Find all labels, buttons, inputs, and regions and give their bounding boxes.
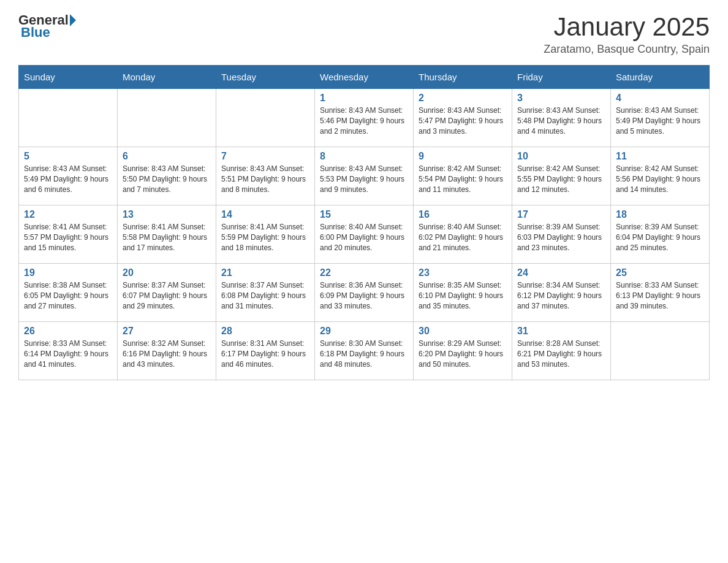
day-number: 19	[24, 267, 112, 278]
day-info: Sunrise: 8:42 AM Sunset: 5:55 PM Dayligh…	[517, 164, 605, 194]
day-number: 4	[616, 93, 704, 104]
day-number: 28	[221, 326, 309, 337]
day-number: 23	[419, 267, 507, 278]
calendar-cell: 9Sunrise: 8:42 AM Sunset: 5:54 PM Daylig…	[414, 147, 512, 205]
day-number: 31	[517, 326, 605, 337]
day-info: Sunrise: 8:33 AM Sunset: 6:14 PM Dayligh…	[24, 339, 112, 369]
page-title: January 2025	[544, 12, 710, 42]
day-number: 21	[221, 267, 309, 278]
day-number: 27	[123, 326, 211, 337]
calendar-cell: 1Sunrise: 8:43 AM Sunset: 5:46 PM Daylig…	[315, 89, 414, 147]
day-info: Sunrise: 8:42 AM Sunset: 5:54 PM Dayligh…	[419, 164, 507, 194]
column-header-saturday: Saturday	[611, 66, 710, 89]
calendar-cell: 8Sunrise: 8:43 AM Sunset: 5:53 PM Daylig…	[315, 147, 414, 205]
calendar-cell: 13Sunrise: 8:41 AM Sunset: 5:58 PM Dayli…	[118, 205, 216, 264]
day-info: Sunrise: 8:43 AM Sunset: 5:48 PM Dayligh…	[517, 105, 605, 136]
day-info: Sunrise: 8:39 AM Sunset: 6:04 PM Dayligh…	[616, 222, 704, 253]
logo-blue: Blue	[21, 25, 50, 40]
day-info: Sunrise: 8:39 AM Sunset: 6:03 PM Dayligh…	[517, 222, 605, 253]
week-row-5: 26Sunrise: 8:33 AM Sunset: 6:14 PM Dayli…	[19, 322, 710, 380]
day-info: Sunrise: 8:34 AM Sunset: 6:12 PM Dayligh…	[517, 280, 605, 311]
day-info: Sunrise: 8:37 AM Sunset: 6:08 PM Dayligh…	[221, 280, 309, 311]
title-section: January 2025 Zaratamo, Basque Country, S…	[544, 12, 710, 56]
calendar-cell: 3Sunrise: 8:43 AM Sunset: 5:48 PM Daylig…	[512, 89, 611, 147]
calendar-cell: 16Sunrise: 8:40 AM Sunset: 6:02 PM Dayli…	[414, 205, 512, 264]
day-number: 7	[221, 151, 309, 162]
day-number: 18	[616, 209, 704, 220]
day-number: 26	[24, 326, 112, 337]
page-subtitle: Zaratamo, Basque Country, Spain	[544, 43, 710, 56]
day-number: 29	[320, 326, 408, 337]
calendar-cell	[611, 322, 710, 380]
day-number: 17	[517, 209, 605, 220]
calendar-cell: 5Sunrise: 8:43 AM Sunset: 5:49 PM Daylig…	[19, 147, 118, 205]
calendar-cell: 26Sunrise: 8:33 AM Sunset: 6:14 PM Dayli…	[19, 322, 118, 380]
day-info: Sunrise: 8:33 AM Sunset: 6:13 PM Dayligh…	[616, 280, 704, 311]
day-info: Sunrise: 8:43 AM Sunset: 5:51 PM Dayligh…	[221, 164, 309, 194]
day-number: 13	[123, 209, 211, 220]
day-info: Sunrise: 8:41 AM Sunset: 5:58 PM Dayligh…	[123, 222, 211, 253]
day-info: Sunrise: 8:43 AM Sunset: 5:47 PM Dayligh…	[419, 105, 507, 136]
logo: General Blue	[18, 12, 76, 40]
calendar-cell: 17Sunrise: 8:39 AM Sunset: 6:03 PM Dayli…	[512, 205, 611, 264]
day-number: 10	[517, 151, 605, 162]
column-header-tuesday: Tuesday	[216, 66, 315, 89]
day-info: Sunrise: 8:29 AM Sunset: 6:20 PM Dayligh…	[419, 339, 507, 369]
day-info: Sunrise: 8:32 AM Sunset: 6:16 PM Dayligh…	[123, 339, 211, 369]
day-number: 20	[123, 267, 211, 278]
day-number: 25	[616, 267, 704, 278]
day-info: Sunrise: 8:30 AM Sunset: 6:18 PM Dayligh…	[320, 339, 408, 369]
calendar-cell: 21Sunrise: 8:37 AM Sunset: 6:08 PM Dayli…	[216, 264, 315, 322]
day-info: Sunrise: 8:38 AM Sunset: 6:05 PM Dayligh…	[24, 280, 112, 311]
calendar-cell: 7Sunrise: 8:43 AM Sunset: 5:51 PM Daylig…	[216, 147, 315, 205]
day-number: 11	[616, 151, 704, 162]
calendar-cell: 25Sunrise: 8:33 AM Sunset: 6:13 PM Dayli…	[611, 264, 710, 322]
week-row-3: 12Sunrise: 8:41 AM Sunset: 5:57 PM Dayli…	[19, 205, 710, 264]
day-number: 6	[123, 151, 211, 162]
calendar-cell: 27Sunrise: 8:32 AM Sunset: 6:16 PM Dayli…	[118, 322, 216, 380]
day-number: 3	[517, 93, 605, 104]
day-number: 16	[419, 209, 507, 220]
day-number: 24	[517, 267, 605, 278]
calendar-cell	[216, 89, 315, 147]
calendar-cell: 30Sunrise: 8:29 AM Sunset: 6:20 PM Dayli…	[414, 322, 512, 380]
day-info: Sunrise: 8:36 AM Sunset: 6:09 PM Dayligh…	[320, 280, 408, 311]
day-number: 1	[320, 93, 408, 104]
day-info: Sunrise: 8:43 AM Sunset: 5:49 PM Dayligh…	[616, 105, 704, 136]
calendar-cell: 4Sunrise: 8:43 AM Sunset: 5:49 PM Daylig…	[611, 89, 710, 147]
week-row-2: 5Sunrise: 8:43 AM Sunset: 5:49 PM Daylig…	[19, 147, 710, 205]
day-number: 30	[419, 326, 507, 337]
calendar-table: SundayMondayTuesdayWednesdayThursdayFrid…	[18, 65, 710, 380]
calendar-cell: 15Sunrise: 8:40 AM Sunset: 6:00 PM Dayli…	[315, 205, 414, 264]
day-info: Sunrise: 8:41 AM Sunset: 5:57 PM Dayligh…	[24, 222, 112, 253]
column-header-monday: Monday	[118, 66, 216, 89]
calendar-cell: 14Sunrise: 8:41 AM Sunset: 5:59 PM Dayli…	[216, 205, 315, 264]
column-header-sunday: Sunday	[19, 66, 118, 89]
day-number: 12	[24, 209, 112, 220]
day-info: Sunrise: 8:42 AM Sunset: 5:56 PM Dayligh…	[616, 164, 704, 194]
day-info: Sunrise: 8:40 AM Sunset: 6:02 PM Dayligh…	[419, 222, 507, 253]
day-info: Sunrise: 8:43 AM Sunset: 5:50 PM Dayligh…	[123, 164, 211, 194]
day-number: 8	[320, 151, 408, 162]
week-row-1: 1Sunrise: 8:43 AM Sunset: 5:46 PM Daylig…	[19, 89, 710, 147]
calendar-header-row: SundayMondayTuesdayWednesdayThursdayFrid…	[19, 66, 710, 89]
day-info: Sunrise: 8:43 AM Sunset: 5:46 PM Dayligh…	[320, 105, 408, 136]
day-number: 5	[24, 151, 112, 162]
calendar-cell: 20Sunrise: 8:37 AM Sunset: 6:07 PM Dayli…	[118, 264, 216, 322]
day-number: 9	[419, 151, 507, 162]
calendar-cell: 12Sunrise: 8:41 AM Sunset: 5:57 PM Dayli…	[19, 205, 118, 264]
day-info: Sunrise: 8:41 AM Sunset: 5:59 PM Dayligh…	[221, 222, 309, 253]
day-number: 14	[221, 209, 309, 220]
day-number: 2	[419, 93, 507, 104]
calendar-cell: 6Sunrise: 8:43 AM Sunset: 5:50 PM Daylig…	[118, 147, 216, 205]
logo-arrow-icon	[70, 14, 76, 26]
calendar-cell: 24Sunrise: 8:34 AM Sunset: 6:12 PM Dayli…	[512, 264, 611, 322]
calendar-cell	[19, 89, 118, 147]
calendar-cell: 2Sunrise: 8:43 AM Sunset: 5:47 PM Daylig…	[414, 89, 512, 147]
column-header-wednesday: Wednesday	[315, 66, 414, 89]
calendar-cell: 19Sunrise: 8:38 AM Sunset: 6:05 PM Dayli…	[19, 264, 118, 322]
calendar-cell: 28Sunrise: 8:31 AM Sunset: 6:17 PM Dayli…	[216, 322, 315, 380]
day-info: Sunrise: 8:43 AM Sunset: 5:49 PM Dayligh…	[24, 164, 112, 194]
calendar-cell: 31Sunrise: 8:28 AM Sunset: 6:21 PM Dayli…	[512, 322, 611, 380]
calendar-cell: 22Sunrise: 8:36 AM Sunset: 6:09 PM Dayli…	[315, 264, 414, 322]
